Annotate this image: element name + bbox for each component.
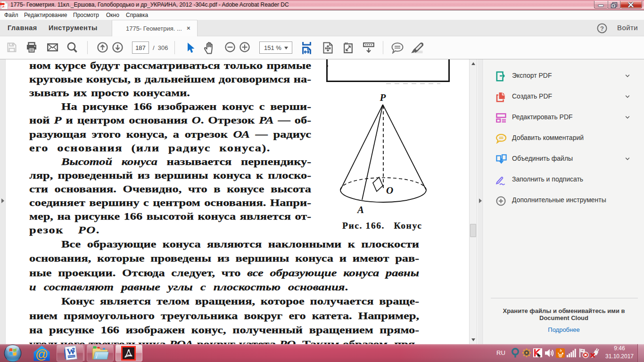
svg-text:A: A (356, 204, 364, 215)
svg-text:O: O (386, 185, 393, 196)
svg-text:P: P (380, 92, 386, 103)
svg-text:@: @ (35, 347, 48, 362)
svg-text:?: ? (600, 25, 604, 32)
